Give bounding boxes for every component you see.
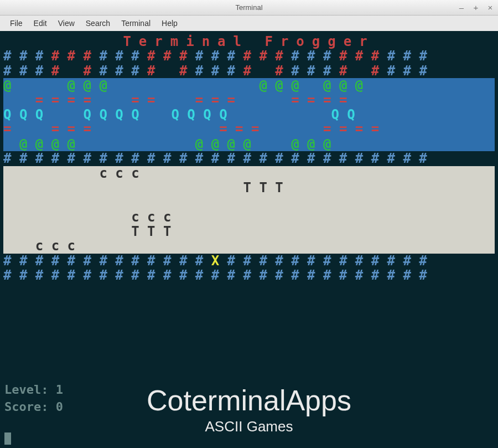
game-row: T T T [3,181,495,195]
glyph-span: # # # # # # # # # # # # # # # # # # # # … [3,151,427,166]
game-row: # # # # # # # # # # # # # # # # # # # # … [3,268,495,282]
game-row: # # # # # # # # # # # # # X # # # # # # … [3,254,495,268]
glyph-span [75,136,195,152]
glyph-span [3,136,19,152]
game-row: c c c [3,210,495,224]
glyph-span: T T T [3,224,427,239]
glyph-span: = = [131,92,155,108]
menu-search[interactable]: Search [81,17,115,29]
glyph-span [259,121,323,137]
game-row: c c c [3,166,495,181]
glyph-span: # # # [339,48,387,64]
game-row: # # # # # # # # # # # # # # # # # # # # … [3,64,495,78]
glyph-span: c c c [3,166,427,181]
game-row: c c c [3,239,495,253]
overlay-brand: CoterminalApps [0,385,498,416]
game-area: Terminal Frogger # # # # # # # # # # # #… [3,34,495,283]
glyph-span [363,78,379,93]
maximize-button[interactable]: + [471,3,480,12]
glyph-span: = = = [219,121,259,137]
window-title: Terminal [235,3,262,12]
glyph-span: @ @ @ [291,136,331,152]
glyph-span [347,92,395,108]
glyph-span: @ @ @ @ [195,136,251,152]
glyph-span: = = = = [323,121,379,137]
glyph-span: # # # [291,63,339,79]
glyph-span: @ @ @ [323,78,363,93]
glyph-span [155,92,195,108]
menubar: File Edit View Search Terminal Help [0,16,498,31]
glyph-span: X [211,253,219,269]
glyph-span [43,107,83,122]
glyph-span: = [3,121,11,137]
menu-file[interactable]: File [6,17,27,29]
menu-view[interactable]: View [54,17,79,29]
glyph-span: # # # [387,48,427,64]
glyph-span: # # # [3,63,51,79]
overlay-caption: CoterminalApps ASCII Games [0,385,498,435]
game-title: Terminal Frogger [3,34,495,49]
glyph-span: T T T [3,180,427,195]
glyph-span [227,107,331,122]
app-window: Terminal – + × File Edit View Search Ter… [0,0,498,448]
glyph-span: @ @ @ @ [19,136,75,152]
glyph-span: # # # # # # # # # # # # # [3,253,211,269]
glyph-span: # # [51,63,100,79]
game-row: # # # # # # # # # # # # # # # # # # # # … [3,151,495,166]
glyph-span: c c c [3,209,427,225]
terminal-cursor [4,432,11,445]
glyph-span: = = = [51,121,91,137]
glyph-span: # # [147,63,195,79]
glyph-span [299,78,323,93]
game-row: = = = = = = = = = = = [3,122,495,136]
glyph-span [139,107,172,122]
glyph-span: # # [243,63,292,79]
glyph-span: Q Q [331,107,355,122]
glyph-span: # # # [195,48,243,64]
glyph-span [91,121,219,137]
glyph-span [235,92,291,108]
game-row: = = = = = = = = = = = = = [3,93,495,107]
glyph-span: @ [3,78,11,93]
game-row: @ @ @ @ @ @ @ @ @ @ @ [3,137,495,151]
glyph-span [251,136,291,152]
glyph-span [11,78,67,93]
glyph-span: # # # [291,48,339,64]
minimize-button[interactable]: – [457,3,466,12]
close-button[interactable]: × [486,3,495,12]
glyph-span: = = = = [291,92,347,108]
titlebar: Terminal – + × [0,0,498,16]
glyph-span [3,92,35,108]
glyph-span: # # # # # # # # # # # # # # # # # # # # … [3,267,427,283]
glyph-span: # # [339,63,387,79]
glyph-span: # # # [243,48,292,64]
glyph-span: = = = = [35,92,91,108]
menu-edit[interactable]: Edit [29,17,51,29]
glyph-span [331,136,371,152]
glyph-span: # # # [387,63,427,79]
glyph-span: @ @ @ [259,78,299,93]
menu-help[interactable]: Help [157,17,182,29]
glyph-span [11,121,51,137]
overlay-subtitle: ASCII Games [0,419,498,435]
glyph-span: # # # [195,63,243,79]
game-row: # # # # # # # # # # # # # # # # # # # # … [3,49,495,63]
glyph-span [3,194,427,210]
glyph-span: = = = [195,92,235,108]
glyph-span [107,78,260,93]
glyph-span: # # # [99,63,147,79]
game-row: T T T [3,224,495,239]
game-row [3,195,495,209]
glyph-span: c c c [3,238,427,254]
glyph-span: # # # [99,48,147,64]
glyph-span: @ @ @ [68,78,107,93]
glyph-span: # # # [51,48,100,64]
menu-terminal[interactable]: Terminal [117,17,155,29]
glyph-span: # # # [147,48,195,64]
glyph-span: Q Q Q Q [171,107,227,122]
glyph-span [91,92,131,108]
glyph-span: Q Q Q Q [84,107,139,122]
window-controls: – + × [457,3,495,12]
glyph-span: # # # [3,48,51,64]
terminal-viewport[interactable]: Terminal Frogger # # # # # # # # # # # #… [0,31,498,448]
